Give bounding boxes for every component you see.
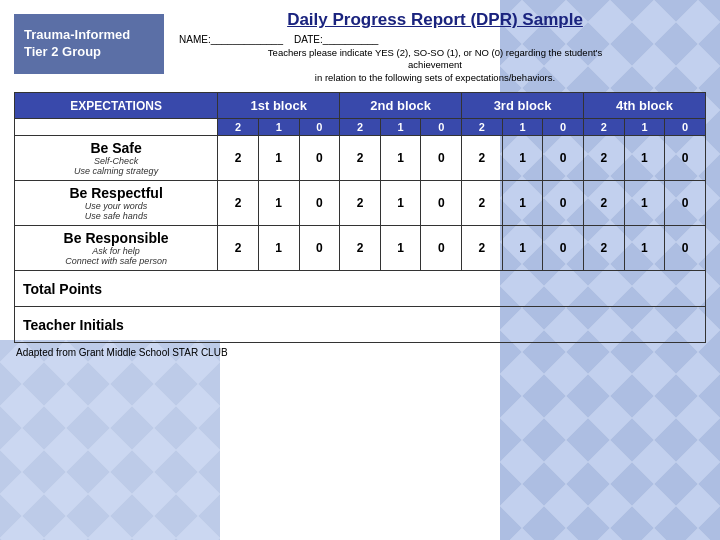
score-b3-s0-r0: 2 bbox=[462, 136, 503, 181]
score-b3-s0-r2: 2 bbox=[462, 226, 503, 271]
teacher-initials-row: Teacher Initials bbox=[15, 307, 706, 343]
footer-text: Adapted from Grant Middle School STAR CL… bbox=[14, 347, 706, 358]
page-title: Daily Progress Report (DPR) Sample bbox=[174, 10, 696, 30]
score-b2-s2-r1: 0 bbox=[421, 181, 462, 226]
score-b4-s1-r2: 1 bbox=[624, 226, 665, 271]
b4-score0: 0 bbox=[665, 119, 706, 136]
table-row: Be SafeSelf-Check Use calming strategy21… bbox=[15, 136, 706, 181]
score-b2-s1-r0: 1 bbox=[380, 136, 421, 181]
b4-score1: 1 bbox=[624, 119, 665, 136]
score-b2-s2-r0: 0 bbox=[421, 136, 462, 181]
b1-score0: 0 bbox=[299, 119, 340, 136]
table-row: Be RespectfulUse your words Use safe han… bbox=[15, 181, 706, 226]
score-b4-s0-r1: 2 bbox=[584, 181, 625, 226]
score-b2-s0-r0: 2 bbox=[340, 136, 381, 181]
teacher-initials-label: Teacher Initials bbox=[15, 307, 706, 343]
instructions: Teachers please indicate YES (2), SO-SO … bbox=[174, 47, 696, 84]
b3-score0: 0 bbox=[543, 119, 584, 136]
score-b4-s1-r0: 1 bbox=[624, 136, 665, 181]
expectation-cell-0: Be SafeSelf-Check Use calming strategy bbox=[15, 136, 218, 181]
score-b1-s1-r2: 1 bbox=[258, 226, 299, 271]
score-b4-s2-r0: 0 bbox=[665, 136, 706, 181]
score-b3-s2-r2: 0 bbox=[543, 226, 584, 271]
expectation-cell-2: Be ResponsibleAsk for help Connect with … bbox=[15, 226, 218, 271]
b2-score0: 0 bbox=[421, 119, 462, 136]
dpr-table: EXPECTATIONS 1st block 2nd block 3rd blo… bbox=[14, 92, 706, 343]
block2-header: 2nd block bbox=[340, 93, 462, 119]
score-b1-s1-r1: 1 bbox=[258, 181, 299, 226]
svg-rect-7 bbox=[0, 340, 220, 540]
score-b4-s2-r1: 0 bbox=[665, 181, 706, 226]
score-b2-s1-r1: 1 bbox=[380, 181, 421, 226]
name-date-row: NAME:_____________ DATE:__________ bbox=[174, 34, 696, 45]
score-b3-s1-r1: 1 bbox=[502, 181, 543, 226]
score-b3-s2-r1: 0 bbox=[543, 181, 584, 226]
score-b3-s2-r0: 0 bbox=[543, 136, 584, 181]
block1-header: 1st block bbox=[218, 93, 340, 119]
expectations-subheader bbox=[15, 119, 218, 136]
score-b4-s0-r2: 2 bbox=[584, 226, 625, 271]
score-b4-s1-r1: 1 bbox=[624, 181, 665, 226]
b1-score1: 1 bbox=[258, 119, 299, 136]
score-b2-s1-r2: 1 bbox=[380, 226, 421, 271]
sidebar-title: Trauma-Informed Tier 2 Group bbox=[14, 14, 164, 74]
expectation-cell-1: Be RespectfulUse your words Use safe han… bbox=[15, 181, 218, 226]
score-b1-s0-r2: 2 bbox=[218, 226, 259, 271]
score-b2-s0-r2: 2 bbox=[340, 226, 381, 271]
block3-header: 3rd block bbox=[462, 93, 584, 119]
score-b3-s1-r2: 1 bbox=[502, 226, 543, 271]
score-b1-s0-r0: 2 bbox=[218, 136, 259, 181]
score-b4-s2-r2: 0 bbox=[665, 226, 706, 271]
score-b2-s2-r2: 0 bbox=[421, 226, 462, 271]
score-b1-s2-r0: 0 bbox=[299, 136, 340, 181]
expectations-column-header: EXPECTATIONS bbox=[15, 93, 218, 119]
b3-score1: 1 bbox=[502, 119, 543, 136]
svg-rect-6 bbox=[0, 340, 220, 540]
score-b4-s0-r0: 2 bbox=[584, 136, 625, 181]
table-row: Be ResponsibleAsk for help Connect with … bbox=[15, 226, 706, 271]
score-b1-s0-r1: 2 bbox=[218, 181, 259, 226]
score-b2-s0-r1: 2 bbox=[340, 181, 381, 226]
score-b3-s0-r1: 2 bbox=[462, 181, 503, 226]
score-b3-s1-r0: 1 bbox=[502, 136, 543, 181]
b2-score1: 1 bbox=[380, 119, 421, 136]
score-b1-s2-r1: 0 bbox=[299, 181, 340, 226]
score-b1-s2-r2: 0 bbox=[299, 226, 340, 271]
b4-score2: 2 bbox=[584, 119, 625, 136]
b2-score2: 2 bbox=[340, 119, 381, 136]
score-b1-s1-r0: 1 bbox=[258, 136, 299, 181]
b3-score2: 2 bbox=[462, 119, 503, 136]
b1-score2: 2 bbox=[218, 119, 259, 136]
total-points-label: Total Points bbox=[15, 271, 706, 307]
block4-header: 4th block bbox=[584, 93, 706, 119]
total-points-row: Total Points bbox=[15, 271, 706, 307]
